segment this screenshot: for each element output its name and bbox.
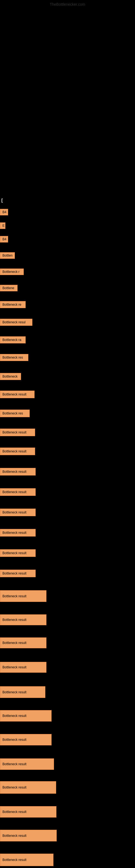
bottleneck-card-label: Bottleneck result <box>2 393 27 396</box>
bottleneck-card: Bottleneck result <box>0 488 36 496</box>
bottleneck-card: Bottleneck result <box>0 447 35 455</box>
bottleneck-card-label: B4 <box>2 210 6 214</box>
bottleneck-card: Bottleneck result <box>0 508 36 516</box>
site-title: TheBottlenecker.com <box>50 2 85 6</box>
bottleneck-card-label: Bottleneck result <box>2 810 27 814</box>
bottleneck-card: Bottleneck result <box>0 391 35 398</box>
bottleneck-card: Bottlen <box>0 252 15 259</box>
bottleneck-card-label: Bottleneck result <box>2 551 27 555</box>
bottleneck-card-label: Bottleneck result <box>2 714 27 718</box>
bottleneck-card: Bottleneck <box>0 373 21 380</box>
bottleneck-card: Bottleneck result <box>0 662 46 673</box>
bottleneck-card-label: Bottleneck result <box>2 594 27 598</box>
bottleneck-card: Bottleneck result <box>0 758 54 770</box>
bottleneck-card: E <box>0 222 5 229</box>
bottleneck-card: Bottleneck result <box>0 686 45 698</box>
bottleneck-card-label: Bottleneck result <box>2 641 27 645</box>
bottleneck-card: Bottleneck result <box>0 781 56 794</box>
section-header: [ <box>1 198 3 203</box>
bottleneck-card: Bottleneck res <box>0 354 28 361</box>
bottleneck-card-label: Bottlen <box>2 254 12 257</box>
bottleneck-card-label: Bottleneck result <box>2 450 27 453</box>
bottleneck-card-label: Bottleneck res <box>2 355 23 360</box>
bottleneck-card: Bottleneck result <box>0 830 57 841</box>
bottleneck-card: B4 <box>0 236 8 243</box>
bottleneck-card-label: Bottleneck result <box>2 431 27 434</box>
bottleneck-card: Bottleneck result <box>0 468 36 475</box>
bottleneck-card: Bottleneck res <box>0 410 30 417</box>
bottleneck-card-label: Bottleneck result <box>2 690 27 694</box>
bottleneck-card-label: Bottleneck result <box>2 665 27 669</box>
bottleneck-card: Bottleneck result <box>0 590 46 602</box>
bottleneck-card-label: Bottleneck result <box>2 738 27 742</box>
bottleneck-card: Bottleneck re <box>0 301 26 308</box>
bottleneck-card-label: Bottleneck ra <box>2 338 21 342</box>
bottleneck-card-label: Bottleneck result <box>2 785 27 789</box>
bottleneck-card-label: Bottleneck result <box>2 470 27 474</box>
bottleneck-card-label: Bottleneck result <box>2 571 27 575</box>
bottleneck-card: Bottleneck result <box>0 614 46 625</box>
bottleneck-card-label: Bottlene <box>2 286 14 290</box>
bottleneck-card: Bottleneck result <box>0 710 52 721</box>
bottleneck-card-label: Bottleneck result <box>2 618 27 622</box>
bottleneck-card: Bottleneck result <box>0 529 36 536</box>
bottleneck-card-label: Bottleneck result <box>2 490 27 494</box>
bottleneck-card: Bottleneck ra <box>0 336 26 343</box>
bottleneck-card: Bottleneck result <box>0 429 35 436</box>
bottleneck-card-label: Bottleneck result <box>2 858 27 862</box>
bottleneck-card: Bottleneck result <box>0 569 36 577</box>
bottleneck-card: Bottleneck r <box>0 269 24 275</box>
bottleneck-card-label: Bottleneck res <box>2 411 23 415</box>
bottleneck-card-label: Bottleneck <box>2 375 17 378</box>
bottleneck-card-label: Bottleneck result <box>2 834 27 838</box>
bottleneck-card-label: Bottleneck result <box>2 510 27 514</box>
bottleneck-card: B4 <box>0 209 8 215</box>
bottleneck-card: Bottleneck result <box>0 638 46 648</box>
bottleneck-card: Bottleneck result <box>0 734 52 745</box>
bottleneck-card-label: Bottleneck result <box>2 762 27 766</box>
bottleneck-card-label: Bottleneck result <box>2 531 27 535</box>
bottleneck-card: Bottlene <box>0 285 17 291</box>
bottleneck-card-label: B4 <box>2 237 6 241</box>
bottleneck-card-label: Bottleneck re <box>2 303 21 307</box>
bottleneck-card: Bottleneck resul <box>0 319 32 326</box>
bottleneck-card: Bottleneck result <box>0 806 56 817</box>
bottleneck-card: Bottleneck result <box>0 549 36 557</box>
bottleneck-card-label: Bottleneck r <box>2 270 19 274</box>
bottleneck-card-label: E <box>2 224 5 227</box>
bottleneck-card: Bottleneck result <box>0 854 53 866</box>
bottleneck-card-label: Bottleneck resul <box>2 320 26 324</box>
